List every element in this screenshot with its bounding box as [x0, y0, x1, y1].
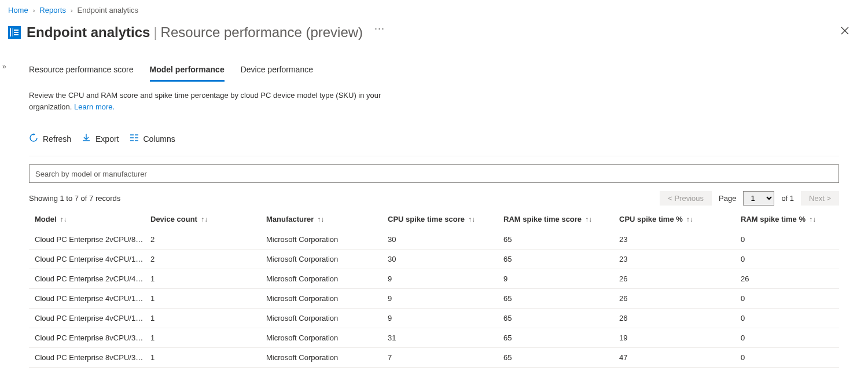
cell-cpu-pct: 26 — [619, 314, 741, 322]
tab-model-performance[interactable]: Model performance — [150, 60, 225, 82]
table-row[interactable]: Cloud PC Enterprise 2vCPU/4…1Microsoft C… — [29, 269, 839, 289]
cell-cpu-pct: 23 — [619, 235, 741, 244]
export-button[interactable]: Export — [82, 133, 119, 144]
refresh-button[interactable]: Refresh — [29, 133, 71, 144]
page-title-main: Endpoint analytics — [27, 24, 150, 40]
cell-cpu-score: 31 — [388, 333, 503, 342]
col-cpu-pct[interactable]: CPU spike time %↑↓ — [619, 215, 741, 223]
cell-manufacturer: Microsoft Corporation — [266, 353, 388, 362]
breadcrumb-home[interactable]: Home — [8, 6, 28, 14]
tab-device-performance[interactable]: Device performance — [241, 60, 313, 82]
cell-cpu-pct: 19 — [619, 333, 741, 342]
col-device-count[interactable]: Device count↑↓ — [150, 215, 266, 223]
of-pages-label: of 1 — [781, 194, 794, 203]
breadcrumb-current: Endpoint analytics — [78, 6, 139, 14]
table-meta-row: Showing 1 to 7 of 7 records < Previous P… — [29, 191, 839, 206]
table-header: Model↑↓ Device count↑↓ Manufacturer↑↓ CP… — [29, 215, 839, 230]
cell-cpu-pct: 26 — [619, 294, 741, 303]
cell-ram-pct: 0 — [741, 235, 845, 244]
columns-icon — [130, 133, 139, 144]
col-ram-score[interactable]: RAM spike time score↑↓ — [503, 215, 619, 223]
col-ram-pct[interactable]: RAM spike time %↑↓ — [741, 215, 845, 223]
cell-manufacturer: Microsoft Corporation — [266, 235, 388, 244]
cell-device-count: 1 — [150, 274, 266, 283]
next-page-button[interactable]: Next > — [801, 191, 839, 206]
cell-ram-score: 65 — [503, 353, 619, 362]
chevron-right-icon: › — [33, 7, 35, 14]
col-manufacturer[interactable]: Manufacturer↑↓ — [266, 215, 388, 223]
cell-ram-score: 65 — [503, 294, 619, 303]
cell-ram-score: 65 — [503, 333, 619, 342]
cell-model: Cloud PC Enterprise 8vCPU/32… — [35, 333, 145, 342]
cell-ram-score: 65 — [503, 314, 619, 322]
sort-icon: ↑↓ — [317, 215, 324, 223]
table-row[interactable]: Cloud PC Enterprise 4vCPU/16…2Microsoft … — [29, 250, 839, 269]
table-row[interactable]: Cloud PC Enterprise 4vCPU/16…1Microsoft … — [29, 289, 839, 309]
page-label: Page — [719, 194, 736, 203]
page-header: Endpoint analytics|Resource performance … — [0, 18, 868, 44]
page-select[interactable]: 1 — [743, 191, 774, 206]
cell-manufacturer: Microsoft Corporation — [266, 333, 388, 342]
cell-cpu-score: 9 — [388, 274, 503, 283]
close-icon — [840, 26, 849, 35]
table-row[interactable]: Cloud PC Enterprise 8vCPU/32…1Microsoft … — [29, 328, 839, 348]
cell-ram-pct: 0 — [741, 353, 845, 362]
cell-ram-score: 65 — [503, 255, 619, 263]
expand-sidebar-handle[interactable]: » — [2, 63, 6, 71]
cell-cpu-pct: 26 — [619, 274, 741, 283]
chevron-right-icon: › — [71, 7, 73, 14]
results-table: Model↑↓ Device count↑↓ Manufacturer↑↓ CP… — [29, 215, 839, 368]
columns-button[interactable]: Columns — [130, 133, 175, 144]
more-actions-button[interactable]: ··· — [374, 23, 385, 35]
cell-model: Cloud PC Enterprise 4vCPU/16… — [35, 255, 145, 263]
cell-cpu-score: 30 — [388, 255, 503, 263]
col-model[interactable]: Model↑↓ — [35, 215, 150, 223]
download-icon — [82, 133, 91, 144]
toolbar: Refresh Export Columns — [29, 133, 839, 156]
breadcrumb-reports[interactable]: Reports — [39, 6, 66, 14]
workbook-icon — [8, 26, 21, 39]
cell-ram-pct: 0 — [741, 294, 845, 303]
cell-manufacturer: Microsoft Corporation — [266, 255, 388, 263]
tab-resource-score[interactable]: Resource performance score — [29, 60, 134, 82]
cell-ram-pct: 0 — [741, 314, 845, 322]
cell-ram-pct: 0 — [741, 333, 845, 342]
cell-ram-pct: 0 — [741, 255, 845, 263]
cell-device-count: 2 — [150, 235, 266, 244]
refresh-label: Refresh — [43, 134, 71, 144]
cell-manufacturer: Microsoft Corporation — [266, 274, 388, 283]
cell-manufacturer: Microsoft Corporation — [266, 294, 388, 303]
cell-device-count: 2 — [150, 255, 266, 263]
cell-device-count: 1 — [150, 353, 266, 362]
cell-ram-score: 9 — [503, 274, 619, 283]
cell-cpu-pct: 23 — [619, 255, 741, 263]
search-input[interactable] — [29, 164, 839, 183]
col-cpu-score[interactable]: CPU spike time score↑↓ — [388, 215, 503, 223]
cell-device-count: 1 — [150, 314, 266, 322]
cell-device-count: 1 — [150, 294, 266, 303]
table-row[interactable]: Cloud PC Enterprise 8vCPU/32…1Microsoft … — [29, 348, 839, 368]
breadcrumb: Home › Reports › Endpoint analytics — [0, 0, 868, 18]
page-title: Endpoint analytics|Resource performance … — [27, 24, 363, 41]
cell-cpu-pct: 47 — [619, 353, 741, 362]
cell-manufacturer: Microsoft Corporation — [266, 314, 388, 322]
sort-icon: ↑↓ — [201, 215, 208, 223]
columns-label: Columns — [144, 134, 175, 144]
close-button[interactable] — [837, 23, 853, 42]
cell-model: Cloud PC Enterprise 8vCPU/32… — [35, 353, 145, 362]
learn-more-link[interactable]: Learn more. — [74, 102, 115, 111]
sort-icon: ↑↓ — [686, 215, 693, 223]
sort-icon: ↑↓ — [468, 215, 475, 223]
sort-icon: ↑↓ — [809, 215, 816, 223]
cell-cpu-score: 7 — [388, 353, 503, 362]
sort-icon: ↑↓ — [585, 215, 592, 223]
previous-page-button[interactable]: < Previous — [660, 191, 712, 206]
cell-ram-score: 65 — [503, 235, 619, 244]
cell-model: Cloud PC Enterprise 4vCPU/16… — [35, 314, 145, 322]
cell-cpu-score: 30 — [388, 235, 503, 244]
cell-model: Cloud PC Enterprise 2vCPU/8… — [35, 235, 145, 244]
sort-icon: ↑↓ — [60, 215, 67, 223]
table-row[interactable]: Cloud PC Enterprise 4vCPU/16…1Microsoft … — [29, 309, 839, 328]
table-row[interactable]: Cloud PC Enterprise 2vCPU/8…2Microsoft C… — [29, 230, 839, 250]
cell-model: Cloud PC Enterprise 2vCPU/4… — [35, 274, 145, 283]
